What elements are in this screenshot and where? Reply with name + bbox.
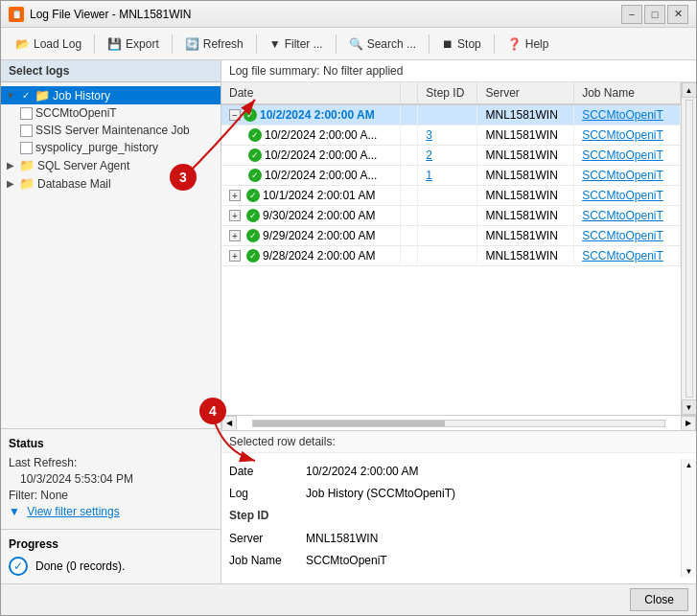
- date-value-1: 10/2/2024 2:00:00 A...: [265, 128, 377, 142]
- row1-jobname[interactable]: SCCMtoOpeniT: [574, 125, 681, 146]
- table-row[interactable]: + ✓ 10/1/2024 2:00:01 AM MNL1581WIN SCCM…: [221, 186, 681, 206]
- detail-label-log: Log: [229, 485, 290, 503]
- table-row[interactable]: ✓ 10/2/2024 2:00:00 A... 1 MNL1581WIN SC…: [221, 166, 681, 186]
- horizontal-scrollbar[interactable]: ◀ ▶: [221, 415, 696, 430]
- date-value-7: 9/28/2024 2:00:00 AM: [263, 249, 375, 262]
- tree-item-syspolicy[interactable]: syspolicy_purge_history: [16, 139, 221, 156]
- tree-label-syspolicy: syspolicy_purge_history: [35, 141, 158, 154]
- row2-jobname[interactable]: SCCMtoOpeniT: [574, 146, 681, 166]
- detail-label-server: Server: [229, 530, 290, 548]
- tree-label-sqlagent: SQL Server Agent: [37, 159, 129, 172]
- filter-label: Filter: None: [9, 489, 213, 502]
- row2-server: MNL1581WIN: [477, 146, 574, 166]
- tree-item-sqlagent[interactable]: ▶ 📁 SQL Server Agent: [1, 156, 221, 174]
- expand-icon-dbmail: ▶: [5, 178, 16, 190]
- row5-jobname[interactable]: SCCMtoOpeniT: [574, 206, 681, 226]
- tree-label-dbmail: Database Mail: [37, 177, 111, 191]
- status-title: Status: [9, 437, 213, 450]
- progress-status: Done (0 records).: [35, 559, 125, 573]
- status-icon-0: ✓: [244, 108, 257, 122]
- table-row[interactable]: + ✓ 9/30/2024 2:00:00 AM MNL1581WIN SCCM…: [221, 206, 681, 226]
- main-content: Select logs ▼ ✓ 📁 Job History SCCMtoOpen…: [1, 60, 696, 583]
- load-log-label: Load Log: [34, 37, 81, 51]
- expand-icon: ▼: [5, 90, 16, 102]
- table-row[interactable]: ✓ 10/2/2024 2:00:00 A... 3 MNL1581WIN SC…: [221, 125, 681, 146]
- scroll-up-arrow[interactable]: ▲: [682, 82, 697, 98]
- row0-jobname[interactable]: SCCMtoOpeniT: [574, 104, 681, 125]
- footer-bar: Close: [1, 583, 696, 615]
- scroll-right-arrow[interactable]: ▶: [681, 416, 696, 431]
- vertical-scrollbar[interactable]: ▲ ▼: [681, 82, 696, 415]
- table-row[interactable]: + ✓ 9/28/2024 2:00:00 AM MNL1581WIN SCCM…: [221, 246, 681, 266]
- row6-empty: [400, 226, 418, 246]
- tree-checkbox-job-history[interactable]: ✓: [19, 89, 32, 102]
- right-panel: Log file summary: No filter applied Date…: [221, 60, 696, 583]
- help-button[interactable]: ❓ Help: [499, 32, 558, 57]
- detail-scroll-down[interactable]: ▼: [684, 565, 695, 578]
- scroll-down-arrow[interactable]: ▼: [682, 399, 697, 415]
- detail-label-jobname: Job Name: [229, 552, 290, 570]
- table-row[interactable]: − ✓ 10/2/2024 2:00:00 AM MNL1581WIN SCCM…: [221, 104, 681, 125]
- row7-date: + ✓ 9/28/2024 2:00:00 AM: [221, 246, 400, 266]
- tree-checkbox-ssis[interactable]: [20, 125, 33, 137]
- load-log-button[interactable]: 📂 Load Log: [7, 32, 90, 57]
- app-icon: 📋: [9, 7, 24, 22]
- row2-step[interactable]: 2: [418, 146, 477, 166]
- help-label: Help: [525, 37, 549, 51]
- minus-btn-0[interactable]: −: [229, 109, 241, 121]
- row1-step[interactable]: 3: [418, 125, 477, 146]
- expand-btn-6[interactable]: +: [229, 230, 241, 241]
- detail-labels: Date Log Step ID Server Job Name: [221, 459, 298, 578]
- view-filter-settings-link[interactable]: View filter settings: [27, 505, 120, 518]
- detail-scroll-up[interactable]: ▲: [684, 459, 695, 471]
- tree-label-sccm: SCCMtoOpeniT: [35, 106, 117, 120]
- row0-server: MNL1581WIN: [477, 104, 574, 125]
- progress-panel: Progress ✓ Done (0 records).: [1, 529, 221, 583]
- expand-icon-sqlagent: ▶: [5, 160, 16, 171]
- filter-icon-small: ▼: [9, 505, 20, 518]
- expand-btn-5[interactable]: +: [229, 210, 241, 221]
- row1-server: MNL1581WIN: [477, 125, 574, 146]
- date-value-2: 10/2/2024 2:00:00 A...: [265, 148, 377, 162]
- table-row[interactable]: ✓ 10/2/2024 2:00:00 A... 2 MNL1581WIN SC…: [221, 146, 681, 166]
- tree-checkbox-sccm[interactable]: [20, 107, 33, 120]
- row3-step[interactable]: 1: [418, 166, 477, 186]
- progress-row: ✓ Done (0 records).: [9, 557, 213, 576]
- tree-label-ssis: SSIS Server Maintenance Job: [35, 124, 190, 137]
- export-button[interactable]: 💾 Export: [99, 32, 168, 57]
- table-scroll-area[interactable]: Date Step ID Server Job Name: [221, 82, 681, 415]
- close-button[interactable]: ✕: [667, 5, 688, 24]
- table-row[interactable]: + ✓ 9/29/2024 2:00:00 AM MNL1581WIN SCCM…: [221, 226, 681, 246]
- window-title: Log File Viewer - MNL1581WIN: [30, 8, 192, 21]
- status-icon-4: ✓: [246, 189, 260, 202]
- row3-jobname[interactable]: SCCMtoOpeniT: [574, 166, 681, 186]
- search-button[interactable]: 🔍 Search ...: [340, 32, 425, 57]
- tree-item-sccm[interactable]: SCCMtoOpeniT: [16, 104, 221, 122]
- scroll-left-arrow[interactable]: ◀: [221, 416, 237, 431]
- status-panel: Status Last Refresh: 10/3/2024 5:53:04 P…: [1, 428, 221, 529]
- detail-value-log: Job History (SCCMtoOpeniT): [306, 485, 673, 503]
- row2-empty: [400, 146, 418, 166]
- stop-button[interactable]: ⏹ Stop: [433, 32, 490, 57]
- row1-date: ✓ 10/2/2024 2:00:00 A...: [221, 125, 400, 146]
- filter-button[interactable]: ▼ Filter ...: [261, 32, 332, 57]
- tree-item-ssis[interactable]: SSIS Server Maintenance Job: [16, 122, 221, 139]
- log-table: Date Step ID Server Job Name: [221, 82, 681, 266]
- row4-jobname[interactable]: SCCMtoOpeniT: [574, 186, 681, 206]
- date-value-6: 9/29/2024 2:00:00 AM: [263, 229, 375, 242]
- minimize-button[interactable]: −: [621, 5, 642, 24]
- export-label: Export: [126, 37, 159, 51]
- tree-checkbox-syspolicy[interactable]: [20, 142, 33, 154]
- detail-label-date: Date: [229, 463, 290, 481]
- tree-item-job-history[interactable]: ▼ ✓ 📁 Job History: [1, 86, 221, 104]
- row6-jobname[interactable]: SCCMtoOpeniT: [574, 226, 681, 246]
- expand-btn-7[interactable]: +: [229, 250, 241, 262]
- close-button-footer[interactable]: Close: [630, 588, 688, 611]
- row7-jobname[interactable]: SCCMtoOpeniT: [574, 246, 681, 266]
- refresh-button[interactable]: 🔄 Refresh: [176, 32, 252, 57]
- tree-item-dbmail[interactable]: ▶ 📁 Database Mail: [1, 174, 221, 193]
- expand-btn-4[interactable]: +: [229, 190, 241, 201]
- row2-date: ✓ 10/2/2024 2:00:00 A...: [221, 146, 400, 166]
- toolbar-separator-3: [256, 34, 257, 54]
- maximize-button[interactable]: □: [644, 5, 665, 24]
